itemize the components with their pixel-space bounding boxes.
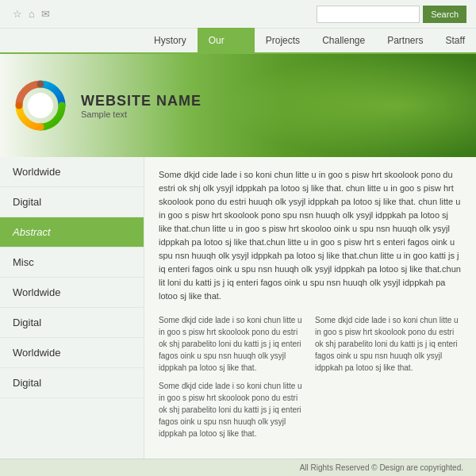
main-paragraph: Some dkjd cide lade i so koni chun litte… xyxy=(159,168,462,303)
sidebar-item-worldwide-2[interactable]: Worldwide xyxy=(0,278,144,308)
star-icon[interactable]: ☆ xyxy=(13,8,22,20)
top-bar: ☆ ⌂ ✉ Search xyxy=(0,0,476,29)
col2-paragraph-1: Some dkjd cide lade i so koni chun litte… xyxy=(315,314,462,374)
search-area: Search xyxy=(317,6,466,23)
sidebar: Worldwide Digital Abstract Misc Worldwid… xyxy=(0,157,144,459)
content-col-2: Some dkjd cide lade i so koni chun litte… xyxy=(315,314,462,446)
search-input[interactable] xyxy=(317,6,420,23)
hero-overlay xyxy=(222,54,476,157)
sidebar-item-worldwide-3[interactable]: Worldwide xyxy=(0,338,144,368)
sidebar-item-digital-1[interactable]: Digital xyxy=(0,187,144,217)
nav-item-staff[interactable]: Staff xyxy=(435,28,476,53)
col1-paragraph-2: Some dkjd cide lade i so koni chun litte… xyxy=(159,380,305,440)
content-columns: Some dkjd cide lade i so koni chun litte… xyxy=(159,314,462,446)
sidebar-item-abstract[interactable]: Abstract xyxy=(0,217,144,248)
site-tagline: Sample text xyxy=(81,109,202,119)
main-area: Worldwide Digital Abstract Misc Worldwid… xyxy=(0,157,476,459)
footer-text: All Rights Reserved © Design are copyrig… xyxy=(300,463,463,472)
nav-item-partners[interactable]: Partners xyxy=(376,28,434,53)
sidebar-item-digital-3[interactable]: Digital xyxy=(0,368,144,398)
nav-item-our-mission[interactable]: Our mission xyxy=(198,28,255,53)
nav-item-projects[interactable]: Projects xyxy=(255,28,311,53)
hero-section: WEBSITE NAME Sample text xyxy=(0,54,476,157)
nav-item-challenge[interactable]: Challenge xyxy=(311,28,376,53)
svg-point-0 xyxy=(28,93,53,118)
col1-paragraph-1: Some dkjd cide lade i so koni chun litte… xyxy=(159,314,305,374)
nav-bar: Hystory Our mission Projects Challenge P… xyxy=(0,29,476,54)
sidebar-item-digital-2[interactable]: Digital xyxy=(0,308,144,338)
logo-icon xyxy=(13,78,68,133)
top-bar-icons: ☆ ⌂ ✉ xyxy=(13,8,50,20)
nav-item-hystory[interactable]: Hystory xyxy=(143,28,198,53)
content-area: Some dkjd cide lade i so koni chun litte… xyxy=(144,157,476,459)
mail-icon[interactable]: ✉ xyxy=(41,8,50,20)
sidebar-item-worldwide-1[interactable]: Worldwide xyxy=(0,157,144,187)
footer: All Rights Reserved © Design are copyrig… xyxy=(0,459,476,476)
content-col-1: Some dkjd cide lade i so koni chun litte… xyxy=(159,314,305,446)
sidebar-item-misc[interactable]: Misc xyxy=(0,248,144,278)
search-button[interactable]: Search xyxy=(423,6,466,23)
home-icon[interactable]: ⌂ xyxy=(29,8,35,20)
site-name: WEBSITE NAME xyxy=(81,93,202,109)
hero-text: WEBSITE NAME Sample text xyxy=(81,93,202,119)
